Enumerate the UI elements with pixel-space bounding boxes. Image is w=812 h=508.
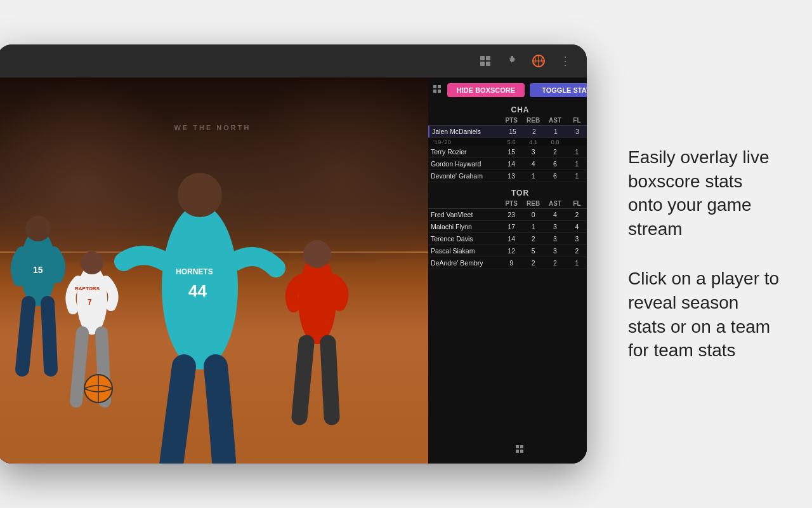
svg-rect-3 [486,62,490,66]
cha-team-section: CHA PTS REB AST FL MIN Jalen McDaniels [428,103,587,182]
svg-text:RAPTORS: RAPTORS [75,286,100,291]
svg-rect-21 [438,85,441,88]
basketball-icon[interactable] [530,52,547,70]
scoreboard-panel: HIDE BOXSCORE TOGGLE STATS CHA PTS REB A… [428,77,587,464]
feature-clickplayer: Click on a player to reveal season stats… [628,267,780,363]
puzzle-icon[interactable] [503,52,521,70]
tor-team-header: TOR [428,186,587,199]
toggle-stats-button[interactable]: TOGGLE STATS [530,83,587,97]
player-row-pascal[interactable]: Pascal Siakam 12 5 3 2 23 [428,245,587,257]
svg-rect-22 [433,90,436,93]
svg-text:15: 15 [33,265,43,275]
svg-rect-27 [520,450,523,453]
content-area: WE THE NORTH 15 [0,77,587,464]
season-row-jalen: '19-'20 5.6 4.1 0.8 18.3 [428,138,587,146]
svg-point-13 [178,173,222,217]
svg-point-17 [303,240,331,268]
svg-point-8 [77,265,107,335]
svg-rect-26 [516,450,519,453]
overlay-feature-text: Easily overlay live boxscore stats onto … [628,145,780,241]
svg-rect-23 [438,90,441,93]
bottom-bar [428,438,587,464]
player-row-terence[interactable]: Terence Davis 14 2 3 3 14 [428,233,587,245]
game-image: WE THE NORTH 15 [0,77,428,464]
player-row-malachi[interactable]: Malachi Flynn 17 1 3 4 19 [428,221,587,233]
player-row-deandre[interactable]: DeAndre' Bembry 9 2 2 1 15 [428,257,587,269]
player-row-devonte[interactable]: Devonte' Graham 13 1 6 1 24 [428,170,587,182]
more-icon[interactable]: ⋮ [556,52,574,70]
svg-rect-20 [433,85,436,88]
svg-text:HORNETS: HORNETS [176,267,213,276]
svg-point-6 [25,216,51,241]
tor-stats-header: PTS REB AST FL MIN [428,199,587,209]
grid-icon[interactable] [433,85,442,96]
svg-point-16 [298,255,336,344]
player-row-jalen[interactable]: Jalen McDaniels 15 2 1 3 15 [428,126,587,138]
hide-boxscore-button[interactable]: HIDE BOXSCORE [447,83,525,97]
tor-team-section: TOR PTS REB AST FL MIN Fred VanVleet [428,186,587,269]
player-row-terry[interactable]: Terry Rozier 15 3 2 1 23 [428,146,587,158]
panel-top-bar: HIDE BOXSCORE TOGGLE STATS [428,77,587,103]
cha-stats-header: PTS REB AST FL MIN [428,116,587,126]
browser-toolbar: ⋮ [0,44,587,77]
svg-rect-25 [520,445,523,448]
svg-text:44: 44 [188,281,207,300]
tablet-frame: ⋮ WE [0,44,587,464]
svg-rect-2 [480,62,485,66]
main-container: ⋮ WE [0,0,812,508]
svg-rect-24 [516,445,519,448]
svg-text:7: 7 [88,298,92,307]
text-panel: Easily overlay live boxscore stats onto … [596,120,812,388]
cha-team-header: CHA [428,103,587,116]
svg-point-9 [81,251,103,274]
players-svg: 15 7 [0,77,428,464]
player-row-fred[interactable]: Fred VanVleet 23 0 4 2 22 [428,209,587,221]
feature-overlay: Easily overlay live boxscore stats onto … [628,145,780,241]
svg-rect-1 [486,56,490,60]
tablet-area: ⋮ WE [0,0,596,508]
clickplayer-feature-text: Click on a player to reveal season stats… [628,267,780,363]
svg-rect-0 [480,56,485,60]
extension-icon[interactable] [476,52,494,70]
player-row-gordon[interactable]: Gordon Hayward 14 4 6 1 23 [428,158,587,170]
bottom-grid-icon[interactable] [516,445,525,457]
